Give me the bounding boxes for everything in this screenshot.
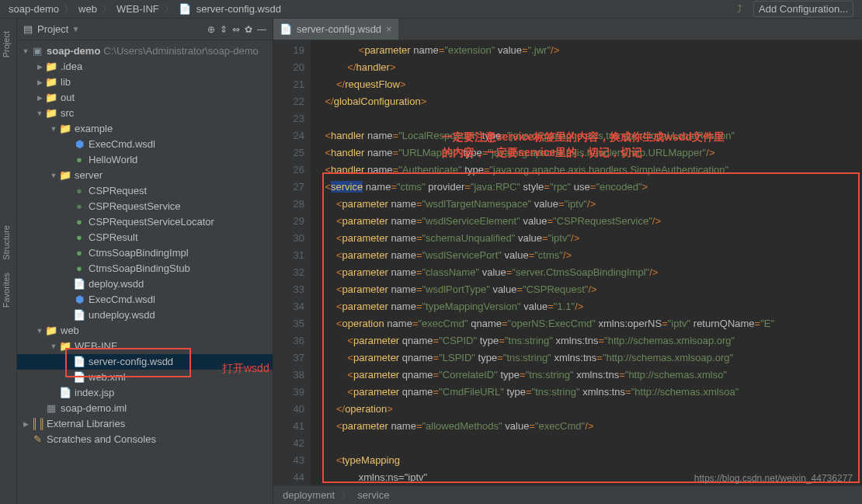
file-icon: ▦	[45, 401, 57, 416]
xml-icon: 📄	[73, 308, 85, 323]
code-line[interactable]	[314, 110, 862, 127]
tree-item-label: deploy.wsdd	[89, 276, 144, 292]
tree-scratches[interactable]: ✎ Scratches and Consoles	[17, 432, 273, 447]
tree-row[interactable]: 📄deploy.wsdd	[17, 276, 273, 292]
code-line[interactable]: </handler>	[314, 59, 862, 76]
breadcrumb-part[interactable]: web	[78, 3, 97, 15]
structure-tool-tab[interactable]: Structure	[0, 219, 16, 266]
chevron-right-icon: 〉	[64, 2, 74, 16]
tree-item-label: web	[61, 323, 79, 339]
xml-file-icon: 📄	[280, 23, 292, 35]
project-tree[interactable]: ▼ ▣ soap-demo C:\Users\Administrator\soa…	[17, 40, 273, 504]
tree-row[interactable]: ●CSPRequest	[17, 183, 273, 199]
line-number: 27	[273, 179, 304, 196]
line-number: 38	[273, 367, 304, 384]
xml-icon: 📄	[73, 276, 85, 292]
tree-row[interactable]: ●CtmsSoapBindingStub	[17, 261, 273, 276]
tree-row[interactable]: ▼📁example	[17, 121, 273, 137]
chevron-down-icon[interactable]: ▼	[48, 121, 59, 137]
tree-row[interactable]: ●HelloWorld	[17, 152, 273, 168]
annotation-box	[65, 348, 191, 377]
chevron-right-icon[interactable]: ▶	[34, 90, 45, 106]
tree-row[interactable]: ●CtmsSoapBindingImpl	[17, 245, 273, 261]
favorites-tool-tab[interactable]: Favorites	[0, 266, 16, 314]
tab-label: server-config.wsdd	[297, 23, 381, 35]
breadcrumb-part[interactable]: WEB-INF	[116, 3, 159, 15]
project-panel-title[interactable]: Project	[37, 23, 68, 35]
folder-icon: 📁	[45, 59, 57, 75]
hide-icon[interactable]: —	[257, 24, 266, 35]
tree-row[interactable]: ▼📁web	[17, 323, 273, 339]
line-number: 31	[273, 247, 304, 264]
code-line[interactable]: </globalConfiguration>	[314, 93, 862, 110]
chevron-right-icon: 〉	[341, 488, 351, 502]
tree-row[interactable]: 📄undeploy.wsdd	[17, 308, 273, 323]
tree-item-label: CSPResult	[89, 230, 138, 245]
line-number: 26	[273, 162, 304, 179]
project-panel: ▤ Project ▼ ⊕ ⇕ ⇔ ✿ — ▼ ▣ soap-demo C:\U…	[17, 19, 273, 504]
line-number: 43	[273, 452, 304, 469]
project-tool-tab[interactable]: Project	[0, 25, 16, 64]
breadcrumb-deployment[interactable]: deployment	[283, 489, 335, 501]
java-icon: ●	[73, 261, 85, 276]
tree-row[interactable]: ●CSPResult	[17, 230, 273, 245]
annotation-box-large	[322, 172, 860, 483]
tree-item-label: .idea	[61, 59, 82, 75]
editor-tab[interactable]: 📄 server-config.wsdd ×	[273, 19, 398, 40]
breadcrumb-service[interactable]: service	[357, 489, 389, 501]
chevron-right-icon[interactable]: ▶	[34, 75, 45, 90]
tree-item-label: undeploy.wsdd	[89, 308, 155, 323]
intf-icon: ●	[73, 183, 85, 199]
breadcrumb-bottom: deployment 〉 service	[273, 485, 862, 504]
code-line[interactable]: </requestFlow>	[314, 76, 862, 93]
build-icon[interactable]: ⤴	[737, 3, 742, 15]
tree-item-label: out	[61, 90, 75, 106]
chevron-right-icon[interactable]: ▶	[20, 416, 31, 432]
tree-row[interactable]: ▼📁server	[17, 168, 273, 183]
chevron-down-icon[interactable]: ▼	[48, 339, 59, 354]
chevron-right-icon: 〉	[164, 2, 174, 16]
java-icon: ●	[73, 152, 85, 168]
tree-row[interactable]: ⬢ExecCmd.wsdl	[17, 137, 273, 152]
tree-row[interactable]: ▦soap-demo.iml	[17, 401, 273, 416]
tree-root[interactable]: ▼ ▣ soap-demo C:\Users\Administrator\soa…	[17, 43, 273, 59]
chevron-down-icon[interactable]: ▼	[20, 43, 31, 59]
tree-item-label: HelloWorld	[89, 152, 137, 168]
project-icon: ▤	[23, 23, 33, 35]
breadcrumb-part[interactable]: server-config.wsdd	[196, 3, 281, 15]
annotation-note1: 一定要注意service标签里的内容，换成你生成wsdd文件里	[442, 130, 725, 144]
chevron-down-icon[interactable]: ▼	[48, 168, 59, 183]
gear-icon[interactable]: ✿	[245, 24, 252, 35]
tree-item-label: ExecCmd.wsdl	[89, 137, 155, 152]
line-gutter: 1920212223242526272829303132333435363738…	[273, 40, 311, 485]
tree-row[interactable]: ▼📁src	[17, 106, 273, 121]
breadcrumb: soap-demo 〉 web 〉 WEB-INF 〉 📄 server-con…	[0, 0, 862, 19]
tree-row[interactable]: ▶📁.idea	[17, 59, 273, 75]
line-number: 32	[273, 264, 304, 281]
chevron-right-icon: 〉	[102, 2, 112, 16]
collapse-icon[interactable]: ⇕	[220, 24, 228, 35]
tree-row[interactable]: 📄index.jsp	[17, 385, 273, 401]
close-icon[interactable]: ×	[386, 23, 392, 35]
tool-window-bar: Project Structure Favorites	[0, 19, 17, 504]
chevron-down-icon[interactable]: ▼	[34, 106, 45, 121]
locate-icon[interactable]: ⊕	[207, 24, 215, 35]
line-number: 30	[273, 230, 304, 247]
tree-row[interactable]: ●CSPRequestService	[17, 199, 273, 214]
expand-icon[interactable]: ⇔	[232, 24, 240, 35]
chevron-down-icon[interactable]: ▼	[34, 323, 45, 339]
add-configuration-button[interactable]: Add Configuration...	[753, 1, 853, 17]
line-number: 41	[273, 418, 304, 435]
tree-item-label: CSPRequest	[89, 183, 147, 199]
tree-item-label: CtmsSoapBindingStub	[89, 261, 190, 276]
tree-row[interactable]: ▶📁out	[17, 90, 273, 106]
tree-row[interactable]: ▶📁lib	[17, 75, 273, 90]
breadcrumb-root[interactable]: soap-demo	[9, 3, 59, 15]
code-line[interactable]: <parameter name="extension" value=".jwr"…	[314, 42, 862, 59]
tree-row[interactable]: ⬢ExecCmd.wsdl	[17, 292, 273, 308]
tree-row[interactable]: ●CSPRequestServiceLocator	[17, 214, 273, 230]
tree-external-libs[interactable]: ▶ ║║ External Libraries	[17, 416, 273, 432]
chevron-right-icon[interactable]: ▶	[34, 59, 45, 75]
chevron-down-icon[interactable]: ▼	[71, 25, 79, 33]
line-number: 35	[273, 315, 304, 332]
